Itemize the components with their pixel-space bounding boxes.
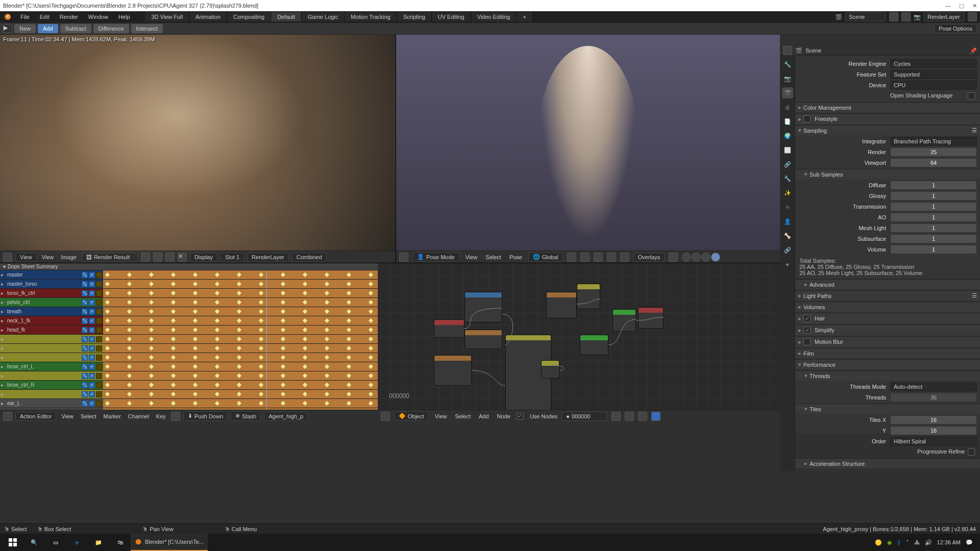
lock-icon[interactable] bbox=[96, 309, 102, 315]
lock-icon[interactable] bbox=[96, 382, 102, 388]
check-icon[interactable]: ✓ bbox=[89, 309, 95, 315]
keyframe-diamond[interactable] bbox=[302, 354, 308, 361]
osl-check[interactable] bbox=[968, 92, 975, 99]
tab-scripting[interactable]: Scripting bbox=[397, 12, 432, 21]
slot-drop[interactable]: Slot 1 bbox=[220, 253, 244, 262]
dope-editor-icon[interactable] bbox=[3, 412, 12, 421]
keyframe-diamond[interactable] bbox=[214, 400, 220, 407]
keyframe-diamond[interactable] bbox=[126, 271, 133, 278]
keyframe-diamond[interactable] bbox=[126, 345, 133, 352]
check-icon[interactable]: ✓ bbox=[89, 281, 95, 287]
keyframe-diamond[interactable] bbox=[368, 363, 374, 370]
keyframe-diamond[interactable] bbox=[258, 391, 264, 397]
expand-arrow-icon[interactable]: ▸ bbox=[1, 299, 4, 305]
keyframe-diamond[interactable] bbox=[148, 382, 155, 388]
start-button[interactable] bbox=[2, 534, 23, 551]
intersect-button[interactable]: Intersect bbox=[131, 24, 163, 33]
minimize-icon[interactable]: — bbox=[945, 3, 951, 9]
keyframe-diamond[interactable] bbox=[258, 299, 264, 306]
keyframe-diamond[interactable] bbox=[324, 327, 330, 333]
node-light[interactable] bbox=[546, 292, 577, 318]
expand-arrow-icon[interactable]: ▸ bbox=[1, 336, 4, 342]
keyframe-diamond[interactable] bbox=[324, 391, 330, 397]
check-icon[interactable]: ✓ bbox=[89, 318, 95, 324]
keyframe-diamond[interactable] bbox=[368, 290, 374, 296]
lock-icon[interactable] bbox=[96, 281, 102, 287]
key-row[interactable] bbox=[103, 362, 378, 371]
tab-bone-icon[interactable]: 🦴 bbox=[782, 230, 793, 241]
node-tex1[interactable] bbox=[464, 292, 502, 322]
keyframe-diamond[interactable] bbox=[258, 308, 264, 315]
keyframe-diamond[interactable] bbox=[214, 354, 220, 361]
wrench-icon[interactable]: 🔧 bbox=[82, 309, 88, 315]
keyframe-diamond[interactable] bbox=[368, 400, 374, 407]
keyframe-diamond[interactable] bbox=[192, 363, 199, 370]
keyframe-diamond[interactable] bbox=[302, 400, 308, 407]
shade-solid-icon[interactable] bbox=[692, 253, 701, 262]
keyframe-diamond[interactable] bbox=[236, 317, 242, 324]
difference-button[interactable]: Difference bbox=[93, 24, 129, 33]
keyframe-diamond[interactable] bbox=[258, 345, 264, 352]
tray-notifications-icon[interactable]: 💬 bbox=[966, 539, 973, 546]
keyframe-diamond[interactable] bbox=[368, 308, 374, 315]
keyframe-diamond[interactable] bbox=[104, 345, 111, 352]
keyframe-diamond[interactable] bbox=[324, 345, 330, 352]
dope-channel[interactable]: ▸neck_1_fk🔧✓ bbox=[0, 316, 103, 325]
panel-simplify[interactable]: ▸✓Simplify bbox=[795, 324, 980, 335]
action-editor-drop[interactable]: Action Editor bbox=[15, 412, 56, 421]
keyframe-diamond[interactable] bbox=[214, 299, 220, 306]
mat-new-icon[interactable] bbox=[611, 412, 621, 421]
menu-window[interactable]: Window bbox=[83, 13, 113, 21]
lock-icon[interactable] bbox=[96, 391, 102, 397]
keyframe-diamond[interactable] bbox=[236, 271, 242, 278]
dope-keys-area[interactable] bbox=[103, 270, 378, 410]
volume-field[interactable]: 1 bbox=[890, 245, 977, 254]
keyframe-diamond[interactable] bbox=[104, 299, 111, 306]
keyframe-diamond[interactable] bbox=[192, 336, 199, 342]
node-mix1[interactable] bbox=[541, 360, 559, 379]
tray-bluetooth-icon[interactable]: ᛒ bbox=[897, 539, 901, 545]
keyframe-diamond[interactable] bbox=[302, 391, 308, 397]
keyframe-diamond[interactable] bbox=[258, 271, 264, 278]
mat-pin-icon[interactable] bbox=[651, 412, 660, 421]
keyframe-diamond[interactable] bbox=[126, 299, 133, 306]
keyframe-diamond[interactable] bbox=[148, 345, 155, 352]
search-icon[interactable]: 🔍 bbox=[23, 534, 45, 551]
editor-type-icon[interactable] bbox=[3, 253, 12, 262]
device-drop[interactable]: CPU bbox=[890, 81, 977, 90]
keyframe-diamond[interactable] bbox=[148, 336, 155, 342]
mat-del-icon[interactable] bbox=[638, 412, 647, 421]
dope-channel[interactable]: ▸master🔧✓ bbox=[0, 270, 103, 280]
expand-arrow-icon[interactable]: ▸ bbox=[1, 391, 4, 397]
tab-physics-icon[interactable]: ⚛ bbox=[782, 202, 793, 213]
keyframe-diamond[interactable] bbox=[192, 271, 199, 278]
lock-icon[interactable] bbox=[96, 336, 102, 342]
pose-options-drop[interactable]: Pose Options bbox=[934, 24, 977, 33]
lock-icon[interactable] bbox=[96, 299, 102, 306]
material-selector[interactable]: ● 000000 bbox=[561, 412, 607, 421]
panel-film[interactable]: ▸Film bbox=[795, 348, 980, 358]
key-row[interactable] bbox=[103, 399, 378, 408]
check-icon[interactable]: ✓ bbox=[89, 345, 95, 352]
check-icon[interactable]: ✓ bbox=[89, 272, 95, 278]
keyframe-diamond[interactable] bbox=[170, 382, 177, 388]
wrench-icon[interactable]: 🔧 bbox=[82, 364, 88, 370]
keyframe-diamond[interactable] bbox=[258, 372, 264, 379]
keyframe-diamond[interactable] bbox=[170, 409, 177, 410]
keyframe-diamond[interactable] bbox=[126, 409, 133, 410]
keyframe-diamond[interactable] bbox=[368, 382, 374, 388]
maximize-icon[interactable]: ▢ bbox=[959, 3, 964, 9]
keyframe-diamond[interactable] bbox=[126, 336, 133, 342]
keyframe-diamond[interactable] bbox=[214, 290, 220, 296]
key-row[interactable] bbox=[103, 270, 378, 280]
lock-icon[interactable] bbox=[96, 318, 102, 324]
integrator-drop[interactable]: Branched Path Tracing bbox=[890, 137, 977, 146]
node-output[interactable] bbox=[638, 307, 664, 329]
node-tex2[interactable] bbox=[464, 330, 502, 349]
keyframe-diamond[interactable] bbox=[324, 409, 330, 410]
keyframe-diamond[interactable] bbox=[280, 308, 286, 315]
tab-constraint-icon[interactable]: 🔗 bbox=[782, 159, 793, 170]
dope-channel[interactable]: ▸torso_fk_ctrl🔧✓ bbox=[0, 289, 103, 298]
store-icon[interactable]: 🛍 bbox=[109, 534, 131, 551]
keyframe-diamond[interactable] bbox=[280, 336, 286, 342]
